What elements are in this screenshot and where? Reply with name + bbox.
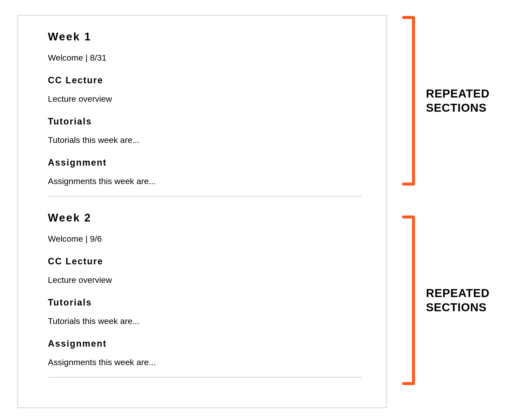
content-card: Week 1 Welcome | 8/31 CC Lecture Lecture…: [17, 15, 387, 408]
bracket-icon: [402, 16, 416, 186]
section-heading: CC Lecture: [48, 75, 362, 86]
week-welcome: Welcome | 8/31: [48, 53, 362, 63]
section-body: Assignments this week are...: [48, 176, 362, 186]
week-block: Week 2 Welcome | 9/6 CC Lecture Lecture …: [48, 211, 362, 377]
week-welcome: Welcome | 9/6: [48, 234, 362, 244]
annotation-line: SECTIONS: [426, 300, 490, 315]
section-divider: [48, 377, 362, 378]
annotation-line: REPEATED: [426, 87, 490, 101]
section-body: Lecture overview: [48, 275, 362, 285]
annotation-line: REPEATED: [426, 286, 490, 301]
section-heading: Assignment: [48, 157, 362, 168]
section-body: Tutorials this week are...: [48, 316, 362, 326]
section-heading: CC Lecture: [48, 256, 362, 267]
week-title: Week 1: [48, 30, 362, 43]
page-wrap: Week 1 Welcome | 8/31 CC Lecture Lecture…: [17, 15, 490, 408]
annotation-line: SECTIONS: [426, 101, 490, 115]
section-heading: Tutorials: [48, 116, 362, 127]
annotation-column: REPEATED SECTIONS REPEATED SECTIONS: [402, 15, 490, 385]
annotation-text: REPEATED SECTIONS: [426, 87, 490, 115]
annotation-text: REPEATED SECTIONS: [426, 286, 490, 315]
section-body: Lecture overview: [48, 94, 362, 104]
annotation: REPEATED SECTIONS: [402, 215, 490, 385]
section-heading: Assignment: [48, 338, 362, 349]
annotation: REPEATED SECTIONS: [402, 16, 490, 186]
week-title: Week 2: [48, 211, 362, 224]
section-body: Tutorials this week are...: [48, 135, 362, 145]
section-body: Assignments this week are...: [48, 357, 362, 367]
bracket-icon: [402, 215, 416, 385]
week-block: Week 1 Welcome | 8/31 CC Lecture Lecture…: [48, 30, 362, 196]
section-divider: [48, 196, 362, 197]
section-heading: Tutorials: [48, 297, 362, 308]
